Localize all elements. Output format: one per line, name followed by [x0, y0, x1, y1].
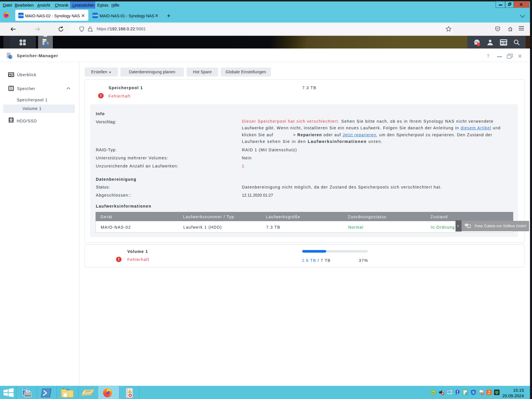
- svg-text:?: ?: [466, 393, 467, 395]
- svg-text:S: S: [472, 391, 474, 394]
- svg-text:tsbx: tsbx: [432, 392, 435, 394]
